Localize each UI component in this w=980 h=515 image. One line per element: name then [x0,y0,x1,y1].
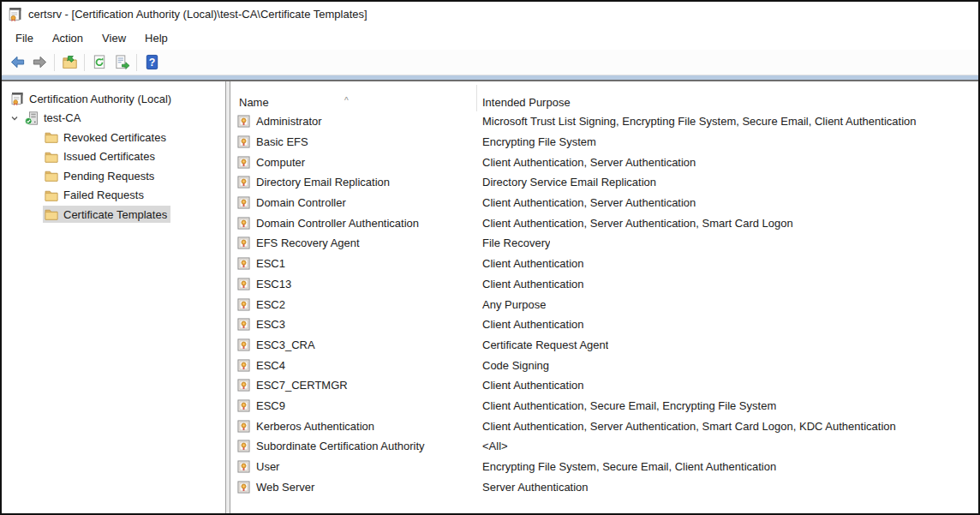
window-title: certsrv - [Certification Authority (Loca… [28,8,368,21]
forward-arrow-icon [32,54,48,70]
template-row[interactable]: ESC2 Any Purpose [230,294,978,314]
template-name: ESC9 [256,399,285,412]
template-purpose-cell: Client Authentication [476,257,584,270]
tree-item-folder[interactable]: Failed Requests [2,186,225,206]
up-one-level-button[interactable] [58,52,81,73]
folder-icon [45,150,58,164]
template-name-cell: Computer [230,156,476,169]
certificate-template-icon [237,196,250,209]
column-divider[interactable] [476,85,477,111]
template-name-cell: User [230,460,476,473]
template-purpose-cell: Certificate Request Agent [476,338,608,351]
refresh-icon [92,54,108,70]
template-row[interactable]: ESC3 Client Authentication [230,314,978,335]
template-row[interactable]: EFS Recovery Agent File Recovery [230,233,978,254]
template-name: Domain Controller [256,196,346,209]
certificate-template-icon [237,217,250,230]
template-purpose-cell: Client Authentication, Server Authentica… [476,217,793,230]
sort-ascending-icon: ^ [344,97,349,105]
template-purpose-cell: Client Authentication [476,278,584,290]
tree-item-label: Failed Requests [63,189,144,201]
title-bar: certsrv - [Certification Authority (Loca… [2,2,978,27]
chevron-down-icon[interactable] [8,111,21,125]
menu-bar: File Action View Help [2,27,978,50]
template-row[interactable]: Domain Controller Authentication Client … [230,213,978,233]
menu-item[interactable]: File [6,28,43,48]
back-button[interactable] [6,52,28,73]
template-name-cell: Administrator [230,115,476,128]
tree-item-folder[interactable]: Certificate Templates [2,205,225,225]
template-row[interactable]: Directory Email Replication Directory Se… [230,172,978,193]
template-row[interactable]: Domain Controller Client Authentication,… [230,193,978,213]
export-list-button[interactable] [111,52,133,73]
templates-list-pane: ^ Name Intended Purpose Administrator Mi… [230,81,978,513]
template-name: EFS Recovery Agent [256,237,360,249]
template-name-cell: ESC9 [230,399,476,412]
certification-authority-icon [10,92,24,105]
template-row[interactable]: User Encrypting File System, Secure Emai… [230,457,978,477]
list-body: Administrator Microsoft Trust List Signi… [230,111,978,513]
tree-root-label: Certification Authority (Local) [29,93,171,105]
template-row[interactable]: Web Server Server Authentication [230,476,978,497]
template-name: Directory Email Replication [256,176,390,189]
template-row[interactable]: ESC3_CRA Certificate Request Agent [230,335,978,356]
template-name-cell: ESC7_CERTMGR [230,379,476,392]
column-header-intended-purpose[interactable]: Intended Purpose [476,96,571,109]
menu-item[interactable]: View [93,28,135,48]
template-purpose-cell: <All> [476,440,508,452]
template-purpose-cell: Client Authentication [476,379,584,392]
certificate-template-icon [237,399,250,412]
folder-icon [45,207,58,221]
template-name: Basic EFS [256,135,308,148]
template-purpose-cell: File Recovery [476,237,550,249]
template-row[interactable]: ESC4 Code Signing [230,355,978,375]
menu-item[interactable]: Help [135,28,177,48]
template-purpose-cell: Encrypting File System, Secure Email, Cl… [476,460,776,473]
toolbar-separator [84,54,85,71]
template-row[interactable]: Basic EFS Encrypting File System [230,132,978,153]
template-purpose-cell: Directory Service Email Replication [476,176,656,189]
certificate-template-icon [237,379,250,392]
template-name: ESC1 [256,257,285,270]
certificate-template-icon [237,156,250,169]
template-name: Subordinate Certification Authority [256,440,425,452]
tree-item-folder[interactable]: Pending Requests [2,166,225,186]
template-name-cell: EFS Recovery Agent [230,237,476,249]
template-name: Computer [256,156,305,169]
refresh-button[interactable] [88,52,111,73]
tree-item-test-ca[interactable]: test-CA [2,109,225,129]
template-row[interactable]: ESC1 Client Authentication [230,254,978,274]
certificate-template-icon [237,440,250,452]
template-name: Administrator [256,115,322,128]
forward-button[interactable] [28,52,51,73]
tree-item-folder[interactable]: Issued Certificates [2,147,225,167]
column-header-name[interactable]: ^ Name [230,96,476,109]
template-row[interactable]: Computer Client Authentication, Server A… [230,152,978,172]
certsrv-window: certsrv - [Certification Authority (Loca… [0,0,980,515]
template-row[interactable]: ESC13 Client Authentication [230,274,978,295]
folder-icon [45,130,58,144]
tree-ca-label: test-CA [44,111,81,124]
console-tree-pane: Certification Authority (Local) test-CA … [2,81,226,513]
template-name-cell: Directory Email Replication [230,176,476,189]
template-name: ESC3_CRA [256,338,315,351]
tree-item-certification-authority-root[interactable]: Certification Authority (Local) [2,89,225,109]
template-row[interactable]: Administrator Microsoft Trust List Signi… [230,111,978,132]
certificate-template-icon [237,257,250,270]
template-row[interactable]: Kerberos Authentication Client Authentic… [230,416,978,436]
template-row[interactable]: ESC7_CERTMGR Client Authentication [230,375,978,396]
template-row[interactable]: ESC9 Client Authentication, Secure Email… [230,396,978,416]
tree-item-folder[interactable]: Revoked Certificates [2,128,225,147]
template-name-cell: Kerberos Authentication [230,420,476,433]
folder-icon [45,189,58,202]
help-button[interactable] [140,52,163,73]
template-name-cell: ESC1 [230,257,476,270]
template-name: Web Server [256,481,314,494]
certificate-template-icon [237,135,250,148]
menu-item[interactable]: Action [43,28,93,48]
certsrv-app-icon [8,7,22,21]
toolbar-separator [136,54,137,71]
ca-server-icon [25,111,39,125]
toolbar-separator [54,54,55,71]
template-row[interactable]: Subordinate Certification Authority <All… [230,436,978,457]
